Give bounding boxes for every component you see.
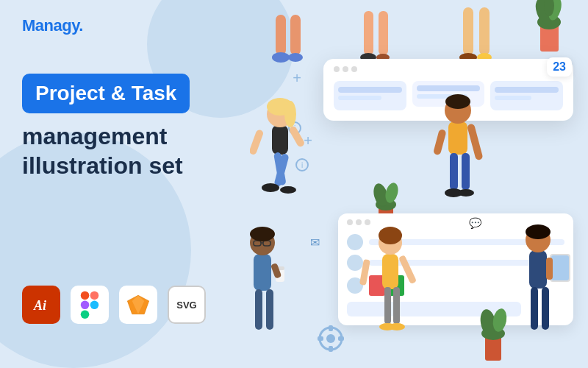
- svg-point-78: [326, 334, 335, 343]
- svg-point-37: [445, 94, 470, 109]
- browser-bar-top: [331, 66, 566, 72]
- browser-dot-3: [351, 66, 357, 72]
- svg-rect-34: [288, 125, 306, 148]
- svg-rect-68: [359, 259, 370, 286]
- svg-rect-38: [450, 153, 458, 190]
- svg-rect-72: [531, 287, 538, 330]
- svg-rect-33: [250, 129, 264, 155]
- svg-point-53: [250, 227, 275, 241]
- svg-rect-76: [546, 258, 553, 280]
- svg-rect-17: [479, 7, 490, 55]
- svg-point-71: [526, 224, 551, 239]
- svg-point-11: [288, 53, 303, 62]
- svg-rect-55: [266, 289, 273, 330]
- svg-point-66: [389, 323, 405, 330]
- svg-rect-13: [379, 11, 388, 55]
- svg-rect-54: [255, 289, 262, 330]
- svg-point-61: [379, 227, 402, 244]
- svg-rect-75: [551, 255, 569, 280]
- characters-bottom: [250, 213, 588, 368]
- svg-format-icon: SVG: [168, 286, 206, 324]
- svg-rect-1: [81, 291, 90, 300]
- svg-point-31: [262, 183, 279, 192]
- svg-rect-59: [382, 254, 398, 289]
- title-line2: management: [22, 122, 272, 150]
- svg-rect-25: [272, 125, 288, 155]
- svg-rect-73: [542, 287, 549, 330]
- calendar-badge: 23: [547, 57, 572, 77]
- figma-icon: [71, 286, 109, 324]
- browser-dot-2: [343, 66, 348, 72]
- svg-rect-64: [393, 287, 400, 324]
- title-badge: Project & Task: [22, 74, 190, 113]
- svg-rect-82: [338, 336, 344, 341]
- svg-point-41: [458, 189, 474, 197]
- svg-rect-43: [433, 129, 447, 155]
- svg-rect-79: [329, 325, 333, 331]
- svg-point-5: [90, 301, 99, 310]
- svg-rect-8: [276, 15, 286, 55]
- svg-rect-12: [364, 11, 373, 55]
- right-area: + + i i: [250, 0, 588, 368]
- svg-rect-3: [81, 301, 90, 310]
- sketch-icon: [119, 286, 157, 324]
- svg-point-10: [272, 52, 290, 63]
- title-line3: illustration set: [22, 152, 272, 180]
- browser-dot-1: [334, 66, 340, 72]
- svg-rect-39: [462, 153, 470, 190]
- svg-rect-9: [290, 15, 301, 55]
- characters-top: [250, 0, 588, 63]
- svg-point-28: [284, 101, 296, 127]
- svg-rect-16: [463, 7, 473, 55]
- svg-rect-80: [329, 346, 333, 352]
- svg-rect-69: [529, 250, 547, 289]
- svg-rect-81: [318, 336, 323, 341]
- svg-rect-48: [254, 254, 271, 291]
- svg-text:Ai: Ai: [33, 298, 46, 313]
- svg-rect-63: [384, 287, 391, 324]
- logo: Managy.: [22, 16, 83, 35]
- svg-point-32: [280, 186, 296, 194]
- ai-icon: Ai: [22, 286, 60, 324]
- svg-rect-4: [81, 310, 90, 319]
- svg-rect-67: [398, 255, 417, 284]
- format-icons-group: Ai SVG: [22, 286, 206, 324]
- svg-rect-35: [448, 121, 467, 155]
- browser-dots: [334, 66, 357, 72]
- left-content: Project & Task management illustration s…: [22, 74, 272, 180]
- svg-rect-2: [90, 291, 99, 300]
